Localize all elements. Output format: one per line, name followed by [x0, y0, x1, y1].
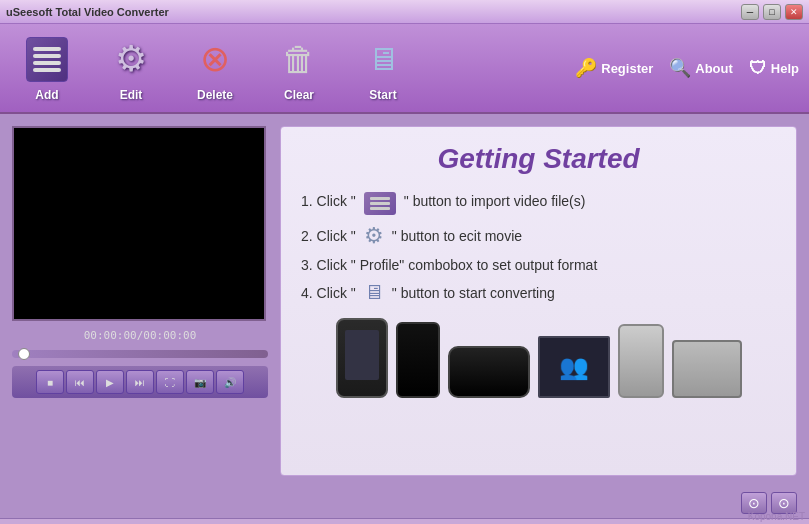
edit-icon: ⚙ — [106, 34, 156, 84]
minimize-button[interactable]: ─ — [741, 4, 759, 20]
seek-thumb — [18, 348, 30, 360]
step-4: 4. Click " 🖥 " button to start convertin… — [301, 281, 776, 304]
add-label: Add — [35, 88, 58, 102]
about-label: About — [695, 61, 733, 76]
window-title: uSeesoft Total Video Converter — [6, 6, 169, 18]
monitor-icon: 🖥 — [367, 41, 399, 78]
getting-started-title: Getting Started — [301, 143, 776, 175]
magnifier-icon: 🔍 — [669, 57, 691, 79]
add-icon — [22, 34, 72, 84]
playback-controls: ■ ⏮ ▶ ⏭ ⛶ 📷 🔊 — [12, 366, 268, 398]
delete-button[interactable]: ⊗ Delete — [178, 28, 252, 108]
prev-button[interactable]: ⏮ — [66, 370, 94, 394]
step-3: 3. Click " Profile" combobox to set outp… — [301, 257, 776, 273]
psp-device — [448, 346, 530, 398]
help-label: Help — [771, 61, 799, 76]
step2-text-after: " button to ecit movie — [392, 228, 522, 244]
start-button[interactable]: 🖥 Start — [346, 28, 420, 108]
step3-text: 3. Click " Profile" combobox to set outp… — [301, 257, 597, 273]
clear-icon: 🗑 — [274, 34, 324, 84]
seek-bar[interactable] — [12, 350, 268, 358]
step1-icon — [364, 187, 396, 215]
toolbar-right: 🔑 Register 🔍 About 🛡 Help — [575, 57, 799, 79]
crowd-device: 👥 — [538, 336, 610, 398]
close-button[interactable]: ✕ — [785, 4, 803, 20]
step4-text-before: 4. Click " — [301, 285, 356, 301]
key-icon: 🔑 — [575, 57, 597, 79]
step-1: 1. Click " " button to import video file… — [301, 187, 776, 215]
volume-button[interactable]: 🔊 — [216, 370, 244, 394]
ipod-device — [396, 322, 440, 398]
register-button[interactable]: 🔑 Register — [575, 57, 653, 79]
x-circle-icon: ⊗ — [200, 38, 230, 80]
clear-button[interactable]: 🗑 Clear — [262, 28, 336, 108]
step2-text-before: 2. Click " — [301, 228, 356, 244]
left-panel: 00:00:00/00:00:00 ■ ⏮ ▶ ⏭ ⛶ 📷 🔊 — [0, 114, 280, 488]
gear-step-icon: ⚙ — [364, 223, 384, 249]
monitor-step-icon: 🖥 — [364, 281, 384, 304]
register-label: Register — [601, 61, 653, 76]
play-button[interactable]: ▶ — [96, 370, 124, 394]
time-display: 00:00:00/00:00:00 — [12, 329, 268, 342]
maximize-button[interactable]: □ — [763, 4, 781, 20]
step4-text-after: " button to start converting — [392, 285, 555, 301]
start-icon: 🖥 — [358, 34, 408, 84]
snapshot-button[interactable]: 📷 — [186, 370, 214, 394]
edit-button[interactable]: ⚙ Edit — [94, 28, 168, 108]
step-2: 2. Click " ⚙ " button to ecit movie — [301, 223, 776, 249]
toolbar: Add ⚙ Edit ⊗ Delete 🗑 Clear 🖥 Start 🔑 Re… — [0, 24, 809, 114]
fullscreen-button[interactable]: ⛶ — [156, 370, 184, 394]
delete-label: Delete — [197, 88, 233, 102]
next-button[interactable]: ⏭ — [126, 370, 154, 394]
video-preview — [12, 126, 266, 321]
add-step-icon — [364, 192, 396, 215]
help-icon: 🛡 — [749, 58, 767, 79]
add-button[interactable]: Add — [10, 28, 84, 108]
step1-text-after: " button to import video file(s) — [404, 193, 586, 209]
bottom-bar: Profile: iPhone MPEG-4 Wide Screen(*.mp4… — [0, 518, 809, 524]
stop-button[interactable]: ■ — [36, 370, 64, 394]
scroll-controls: ⊙ ⊙ — [0, 488, 809, 518]
step-list: 1. Click " " button to import video file… — [301, 187, 776, 304]
window-controls: ─ □ ✕ — [741, 4, 803, 20]
phone-device — [618, 324, 664, 398]
device-images: 👥 — [301, 318, 776, 398]
watermark: Kopona.NET — [748, 511, 805, 522]
iphone-device — [336, 318, 388, 398]
step1-text-before: 1. Click " — [301, 193, 356, 209]
about-button[interactable]: 🔍 About — [669, 57, 733, 79]
help-button[interactable]: 🛡 Help — [749, 58, 799, 79]
trash-icon: 🗑 — [282, 40, 316, 79]
right-panel: Getting Started 1. Click " " button to i… — [280, 126, 797, 476]
title-bar: uSeesoft Total Video Converter ─ □ ✕ — [0, 0, 809, 24]
edit-label: Edit — [120, 88, 143, 102]
clear-label: Clear — [284, 88, 314, 102]
laptop-device — [672, 340, 742, 398]
start-label: Start — [369, 88, 396, 102]
delete-icon: ⊗ — [190, 34, 240, 84]
gear-icon: ⚙ — [115, 38, 147, 80]
main-area: 00:00:00/00:00:00 ■ ⏮ ▶ ⏭ ⛶ 📷 🔊 Getting … — [0, 114, 809, 488]
